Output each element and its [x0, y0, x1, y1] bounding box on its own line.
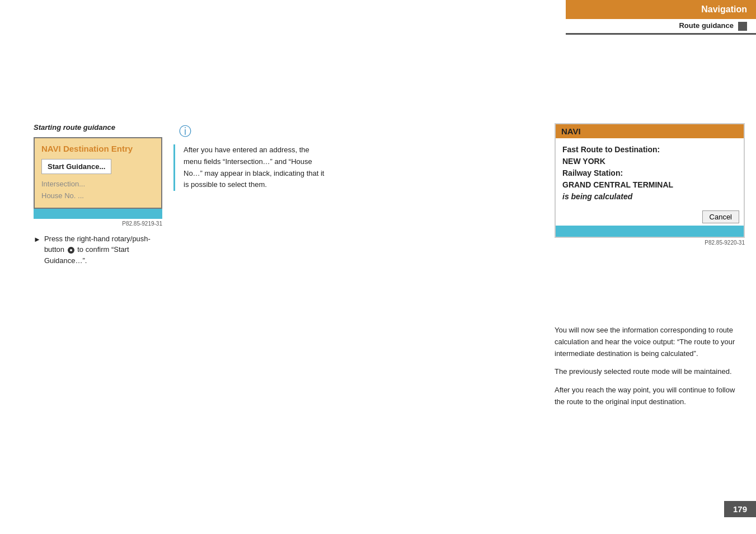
header-navigation: Navigation Route guidance [566, 0, 756, 35]
middle-section: ⓘ After you have entered an address, the… [179, 123, 325, 191]
info-icon: ⓘ [179, 123, 325, 140]
bullet-arrow-icon: ► [34, 234, 41, 245]
header-subtitle: Route guidance [566, 19, 756, 35]
rotary-button-icon [68, 247, 74, 254]
route-line-1: Fast Route to Destination: [562, 144, 737, 156]
navi-route-content: Fast Route to Destination: NEW YORK Rail… [556, 138, 744, 208]
body-paragraph-3: After you reach the way point, you will … [555, 385, 745, 408]
info-text: After you have entered an address, the m… [184, 144, 325, 191]
body-paragraph-2: The previously selected route mode will … [555, 366, 745, 378]
navi-box-title: NAVI Destination Entry [41, 144, 154, 153]
start-guidance-button[interactable]: Start Guidance... [41, 159, 111, 174]
navi-destination-box: NAVI Destination Entry Start Guidance...… [34, 137, 162, 209]
route-line-5: is being calculated [562, 191, 737, 203]
section-title: Starting route guidance [34, 123, 162, 132]
bullet-text: Press the right-hand rotary/push-button … [44, 233, 162, 266]
right-section: NAVI Fast Route to Destination: NEW YORK… [555, 123, 745, 251]
left-section: Starting route guidance NAVI Destination… [34, 123, 162, 266]
page-number: 179 [724, 501, 756, 517]
info-bar [173, 144, 175, 191]
cancel-row: Cancel [556, 208, 744, 226]
cancel-button[interactable]: Cancel [702, 210, 739, 223]
info-text-container: After you have entered an address, the m… [179, 144, 325, 191]
header-title: Navigation [566, 0, 756, 19]
intersection-item: Intersection... [41, 179, 154, 190]
body-paragraph-1: You will now see the information corresp… [555, 325, 745, 359]
navi-route-box: NAVI Fast Route to Destination: NEW YORK… [555, 123, 745, 238]
route-line-4: GRAND CENTRAL TERMINAL [562, 179, 737, 191]
navi-box-footer [34, 209, 162, 219]
navi-route-caption: P82.85-9220-31 [555, 240, 745, 246]
bullet-instruction: ► Press the right-hand rotary/push-butto… [34, 233, 162, 266]
navi-route-header: NAVI [556, 124, 744, 138]
navi-route-footer [556, 226, 744, 237]
navi-caption: P82.85-9219-31 [34, 221, 162, 227]
house-no-item: House No. ... [41, 190, 154, 202]
route-line-3: Railway Station: [562, 167, 737, 179]
right-body-text: You will now see the information corresp… [555, 325, 745, 415]
route-line-2: NEW YORK [562, 156, 737, 167]
